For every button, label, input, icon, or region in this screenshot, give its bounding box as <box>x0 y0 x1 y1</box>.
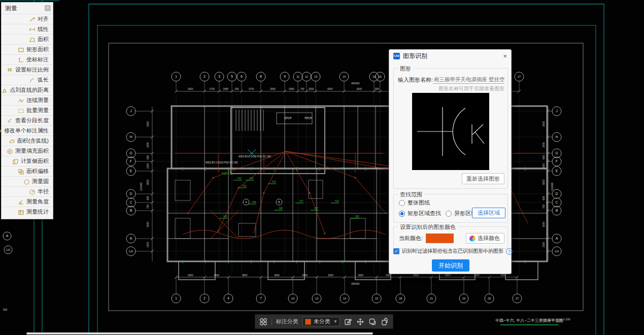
plan-label: WD2-BYJ-3X10-P32-CC WC <box>206 161 239 164</box>
sidebar-item-measure-stats[interactable]: 测量统计 <box>2 207 53 217</box>
svg-text:11: 11 <box>296 75 299 78</box>
svg-text:3300: 3300 <box>327 88 333 90</box>
rect-area-label: 矩形区域查找 <box>408 210 441 217</box>
sidebar-item-measure-angle[interactable]: 测量角度 <box>2 196 53 207</box>
select-area-button[interactable]: 选择区域 <box>472 208 505 218</box>
sheet-title: 十四~十六, 十八~二十三层插座平面图 <box>495 318 563 323</box>
svg-text:16400: 16400 <box>551 182 554 191</box>
current-color-swatch[interactable] <box>426 233 454 243</box>
checkbox-checked-icon[interactable]: ✓ <box>393 248 399 254</box>
svg-text:A: A <box>6 234 9 238</box>
category-color-swatch <box>305 319 311 325</box>
choose-color-button[interactable]: 选择颜色 <box>466 233 504 244</box>
help-icon[interactable]: ? <box>506 248 513 255</box>
measure-tool-palette: 测量 × 对齐线性面积矩形面积坐标标注设置标注比例弧长点到直线的距离连续测量批量… <box>1 2 53 219</box>
svg-text:16400: 16400 <box>140 182 143 191</box>
svg-text:2800: 2800 <box>214 274 219 277</box>
sidebar-item-area[interactable]: 面积 <box>2 34 53 44</box>
svg-text:3: 3 <box>218 75 220 78</box>
move-icon[interactable] <box>356 318 364 326</box>
sidebar-item-align[interactable]: 对齐 <box>2 14 53 24</box>
sidebar-item-rect-area[interactable]: 矩形面积 <box>2 44 53 54</box>
sidebar-item-linear[interactable]: 线性 <box>2 24 53 34</box>
plan-label: P25-CC <box>222 172 233 175</box>
rect-area-option[interactable]: 矩形区域查找 <box>399 210 441 217</box>
svg-text:3300: 3300 <box>500 274 506 277</box>
palette-title: 测量 <box>5 4 17 13</box>
svg-text:C: C <box>555 200 558 204</box>
batch-measure-icon <box>18 107 24 114</box>
edit-annotation-icon[interactable] <box>344 318 352 326</box>
plan-label: 500 <box>3 308 8 311</box>
sidebar-item-point-line-distance[interactable]: 点到直线的距离 <box>2 85 53 95</box>
sidebar-item-batch-measure[interactable]: 批量测量 <box>2 105 53 115</box>
svg-text:B: B <box>278 200 280 204</box>
svg-text:2: 2 <box>204 296 206 300</box>
measure-circle-icon <box>23 178 30 185</box>
sidebar-item-modify-attribute[interactable]: 修改单个标注属性 <box>2 125 53 136</box>
radio-icon[interactable] <box>446 211 452 217</box>
svg-text:1500: 1500 <box>543 242 545 248</box>
sidebar-item-area-with-arc[interactable]: 面积(含弧线) <box>2 136 53 146</box>
sidebar-item-arc-length[interactable]: 弧长 <box>2 75 53 85</box>
graphic-name-input[interactable] <box>433 77 504 84</box>
classify-grid-icon[interactable] <box>259 318 267 326</box>
radio-selected-icon[interactable] <box>399 211 405 217</box>
plan-label: N7 <box>315 207 319 210</box>
sidebar-item-continuous-measure[interactable]: 连续测量 <box>2 95 53 105</box>
svg-text:6: 6 <box>241 75 243 78</box>
palette-titlebar[interactable]: 测量 × <box>2 3 53 14</box>
svg-text:10: 10 <box>291 297 294 300</box>
svg-text:3000: 3000 <box>147 180 149 185</box>
sidebar-item-annotate-scale[interactable]: 设置标注比例 <box>2 64 53 75</box>
svg-text:B: B <box>556 209 558 212</box>
sidebar-item-measure-circle[interactable]: 测量圆 <box>2 176 53 186</box>
svg-text:1/A: 1/A <box>129 250 133 253</box>
category-dropdown[interactable]: 未分类 ▼ <box>302 317 340 326</box>
svg-text:A: A <box>556 237 558 240</box>
category-value: 未分类 <box>314 318 331 325</box>
svg-text:2: 2 <box>204 75 206 78</box>
plan-label: N8 <box>279 207 283 210</box>
arc-length-icon <box>29 77 36 83</box>
start-recognition-button[interactable]: 开始识别 <box>432 259 469 272</box>
plan-label: N2 <box>250 177 254 180</box>
plan-text-labels: WD2-BYJ-3X10-P32-CC WCWD2-BYJ-3X10-P32-C… <box>3 116 403 311</box>
svg-text:26: 26 <box>488 297 491 300</box>
svg-text:3600: 3600 <box>413 274 419 277</box>
sidebar-item-area-offset[interactable]: 面积偏移 <box>2 166 53 176</box>
svg-text:A: A <box>245 200 247 204</box>
paste-icon[interactable] <box>381 318 389 326</box>
close-icon[interactable]: × <box>503 52 507 60</box>
sidebar-item-segment-length[interactable]: 查看分段长度 <box>2 115 53 125</box>
svg-text:1980: 1980 <box>289 88 294 90</box>
dialog-titlebar[interactable]: CAD 图形识别 × <box>389 50 511 62</box>
copy-icon[interactable] <box>368 318 377 326</box>
svg-text:J: J <box>130 109 132 113</box>
close-icon[interactable]: × <box>45 5 51 11</box>
annotation-toolbar: 标注分类 未分类 ▼ <box>255 314 393 329</box>
svg-text:3300: 3300 <box>147 222 149 227</box>
filter-option[interactable]: ✓ 识别时过滤掉那些包含在已识别图形中的图形 ? <box>393 248 507 255</box>
svg-text:27: 27 <box>516 297 519 300</box>
plan-label: 强电井 <box>284 116 292 120</box>
sidebar-item-radius[interactable]: 半径 <box>2 186 53 196</box>
sidebar-item-label: 弧长 <box>38 76 49 84</box>
point-line-distance-icon <box>1 87 8 93</box>
drawing-canvas[interactable]: 1235689111213141516271247101314151821242… <box>0 0 644 335</box>
radio-icon[interactable] <box>399 200 405 206</box>
plan-label: N4 <box>243 184 247 187</box>
horizontal-scrollbar[interactable] <box>26 332 373 334</box>
sidebar-item-fill-area[interactable]: 测量填充面积 <box>2 146 53 156</box>
fill-area-icon <box>7 148 13 154</box>
sidebar-item-label: 面积偏移 <box>26 168 49 175</box>
whole-drawing-option[interactable]: 整张图纸 <box>399 199 430 207</box>
svg-text:1500: 1500 <box>147 163 149 169</box>
svg-text:8: 8 <box>260 75 262 78</box>
sidebar-item-side-area[interactable]: 计算侧面积 <box>2 156 53 166</box>
svg-text:D: D <box>129 192 132 195</box>
svg-text:27: 27 <box>518 75 521 78</box>
svg-text:12: 12 <box>305 75 308 78</box>
reselect-graphic-button[interactable]: 重新选择图形 <box>462 173 504 184</box>
sidebar-item-coordinate-annotate[interactable]: 坐标标注 <box>2 54 53 64</box>
